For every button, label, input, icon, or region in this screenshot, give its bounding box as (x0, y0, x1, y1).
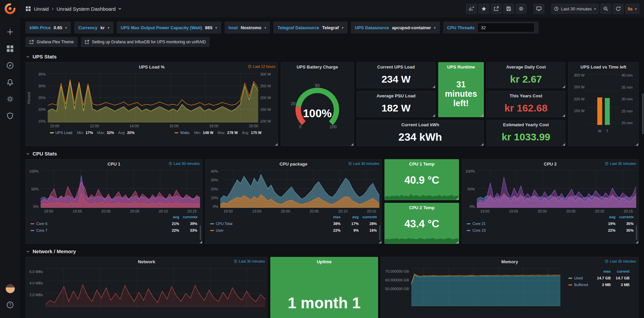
panel-title[interactable]: CPU 2 Temp (385, 203, 459, 212)
share-dashboard-button[interactable] (491, 4, 502, 14)
panel-title[interactable]: UPS Load % (26, 62, 278, 71)
refresh-interval-picker[interactable]: 5s ▾ (625, 4, 640, 14)
section-ups-stats[interactable]: UPS Stats (26, 54, 639, 59)
panel-resize-handle[interactable] (379, 241, 381, 243)
panel-resize-handle[interactable] (432, 114, 435, 117)
panel-resize-handle[interactable] (562, 114, 565, 117)
ups-bar-chart[interactable]: W T (587, 73, 619, 125)
panel-resize-handle[interactable] (456, 197, 459, 200)
legend-col-sorted[interactable]: current▾ (359, 215, 377, 219)
dashboard-title[interactable]: Unraid System Dashboard (57, 6, 123, 12)
legend-col[interactable]: max (592, 269, 611, 273)
panel-title[interactable]: Uptime (271, 257, 378, 266)
panel-resize-handle[interactable] (199, 241, 202, 243)
zoom-out-button[interactable] (600, 4, 611, 14)
panel-resize-handle[interactable] (432, 85, 435, 88)
section-cpu-stats[interactable]: CPU Stats (26, 151, 639, 156)
star-dashboard-button[interactable] (478, 4, 489, 14)
legend-scrollbar[interactable] (636, 225, 637, 240)
legend-col[interactable]: avg (597, 215, 615, 219)
ups-load-chart[interactable] (48, 72, 258, 123)
time-range-picker[interactable]: Last 30 minutes ▾ (551, 4, 599, 14)
variable-ups-datasource[interactable]: UPS Datasource apcupsd-container ▾ (351, 21, 440, 34)
panel-title[interactable]: Network (26, 257, 267, 266)
kiosk-mode-button[interactable] (534, 4, 544, 14)
variable-host[interactable]: host Nostromo ▾ (225, 21, 270, 34)
panel-resize-handle[interactable] (562, 143, 565, 146)
cpu1-chart[interactable] (41, 169, 200, 208)
panel-title[interactable]: Current Load kWh (357, 120, 484, 129)
breadcrumb-folder[interactable]: Unraid (34, 6, 49, 12)
legend-col[interactable]: avg (340, 215, 359, 219)
panel-title[interactable]: Average Daily Cost (487, 62, 565, 71)
panel-title[interactable]: UPS Load vs Time left (568, 62, 638, 71)
user-avatar[interactable] (6, 284, 15, 293)
grafana-logo[interactable] (5, 3, 15, 14)
panel-title[interactable]: Average PSU Load (357, 91, 435, 100)
y-axis-left: 100% 50% 0% (463, 169, 477, 209)
panel-title[interactable]: UPS Battery Charge (281, 62, 354, 71)
panel-title[interactable]: Memory (381, 257, 638, 266)
explore-compass-icon[interactable] (6, 62, 14, 69)
panel-title[interactable]: This Years Cost (487, 91, 565, 100)
bar-label: W (598, 129, 601, 133)
panel-title[interactable]: UPS Runtime (439, 62, 484, 71)
legend-row[interactable]: Core 6 21% 39% (31, 222, 197, 226)
legend-item-ups-load[interactable]: UPS Load Min: 17% Max: 32% Avg: 20% (50, 131, 135, 135)
panel-resize-handle[interactable] (481, 114, 484, 117)
y-tick: 100 W (260, 119, 271, 123)
section-network-memory[interactable]: Network / Memory (26, 248, 639, 254)
panel-title[interactable]: Estimated Yearly Cost (487, 120, 565, 129)
legend-scrollbar[interactable] (379, 225, 380, 240)
page-scrollbar-thumb[interactable] (642, 93, 644, 134)
legend-row[interactable]: Used 14.7 GB 14.7 GB (568, 276, 630, 280)
admin-shield-icon[interactable] (6, 112, 14, 120)
refresh-button[interactable] (613, 4, 624, 14)
panel-title[interactable]: Current UPS Load (357, 62, 435, 71)
variable-ups-max-output[interactable]: UPS Max Output Power Capacity (Watt) 865… (117, 21, 221, 34)
legend-col[interactable]: avg (161, 215, 179, 219)
panel-resize-handle[interactable] (456, 241, 459, 243)
monitor-icon (536, 6, 542, 11)
panel-resize-handle[interactable] (275, 143, 278, 146)
network-chart[interactable] (45, 267, 265, 307)
legend-row[interactable]: CPU Total 38% 17% 28% (210, 222, 377, 226)
legend-item-watts[interactable]: Watts Min: 148 W Max: 278 W Avg: 175 W (175, 131, 262, 135)
series-color-swatch (31, 223, 34, 224)
save-dashboard-button[interactable] (503, 4, 514, 14)
legend-col[interactable]: current (611, 269, 630, 273)
legend-row[interactable]: Core 21 19% 35% (467, 222, 634, 226)
panel-title[interactable]: CPU 1 Temp (385, 160, 459, 168)
panel-resize-handle[interactable] (562, 85, 565, 88)
legend-row[interactable]: Buffered 3 MB 3 MB (568, 283, 630, 287)
help-question-icon[interactable]: ? (6, 301, 14, 309)
link-grafana-plex-theme[interactable]: Grafana Plex Theme (26, 37, 78, 47)
panel-resize-handle[interactable] (351, 143, 354, 146)
panel-resize-handle[interactable] (481, 143, 484, 146)
variable-currency[interactable]: Currency kr ▾ (74, 21, 113, 34)
dashboards-grid-icon[interactable] (6, 45, 14, 52)
memory-chart[interactable] (411, 267, 560, 306)
legend-row[interactable]: Core 23 22% 35% (467, 228, 634, 232)
alerting-bell-icon[interactable] (6, 79, 14, 86)
dashboard-settings-button[interactable] (516, 4, 526, 14)
cpu-package-chart[interactable] (220, 169, 380, 208)
link-ups-monitoring-guide[interactable]: Setting up Grafana and InfluxDB for UPS … (81, 37, 210, 47)
navbar-controls: Last 30 minutes ▾ 5s ▾ (466, 4, 639, 14)
cpu-threads-input[interactable]: 32 (477, 23, 535, 32)
add-panel-button[interactable] (466, 4, 477, 14)
legend-col[interactable]: max (322, 215, 340, 219)
panel-resize-handle[interactable] (636, 241, 638, 243)
legend-col-sorted[interactable]: current▾ (179, 215, 197, 219)
cpu2-temp-sparkline (385, 235, 459, 243)
cpu2-chart[interactable] (477, 169, 636, 208)
panel-resize-handle[interactable] (636, 143, 638, 146)
legend-row[interactable]: Core 7 22% 33% (31, 228, 197, 232)
variable-telegraf-datasource[interactable]: Telegraf Datasource Telegraf ▾ (273, 21, 348, 34)
legend-scrollbar[interactable] (200, 225, 201, 240)
configuration-gear-icon[interactable] (6, 95, 14, 103)
legend-col-sorted[interactable]: current▾ (615, 215, 634, 219)
variable-kwh-price[interactable]: kWh Price 0.65 ▾ (26, 21, 71, 34)
create-plus-icon[interactable] (6, 28, 14, 36)
legend-row[interactable]: User 22% 9% 16% (210, 228, 377, 232)
